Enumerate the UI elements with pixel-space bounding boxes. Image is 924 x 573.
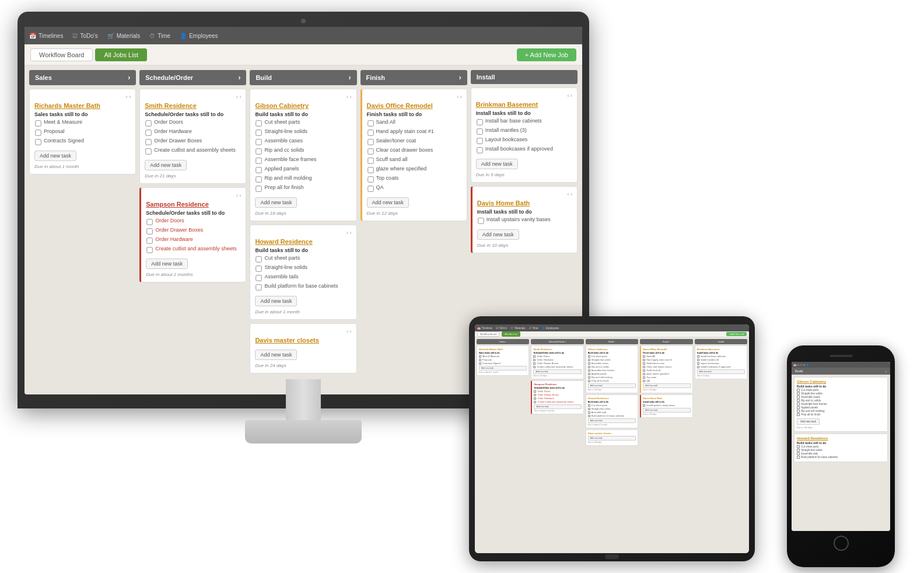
task-checkbox[interactable] — [35, 130, 41, 135]
mini-col-build: Build › Gibson Cabinetry Build tasks sti… — [586, 339, 638, 551]
card-title-brinkman[interactable]: Brinkman Basement — [476, 101, 572, 108]
kanban-card-sampson: ‹ › Sampson Residence Schedule/Order tas… — [139, 187, 246, 282]
card-title-sampson[interactable]: Sampson Residence — [146, 201, 241, 208]
topbar-timelines[interactable]: 📅 Timelines — [29, 33, 63, 39]
add-task-button-gibson[interactable]: Add new task — [255, 197, 297, 208]
task-checkbox[interactable] — [368, 139, 373, 145]
add-new-job-button[interactable]: + Add New Job — [517, 48, 576, 61]
mini-add-btn: + Add New Job — [726, 332, 747, 336]
mini-card-richards: Richards Master Bath Sales tasks still t… — [477, 345, 529, 376]
kanban-card-davis-closets: ‹ › Davis master closets Add new task Du… — [250, 323, 356, 373]
card-title-gibson[interactable]: Gibson Cabinetry — [255, 102, 351, 109]
phone-card-title-gibson: Gibson Cabinetry — [797, 380, 885, 383]
card-title-davis-bath[interactable]: Davis Home Bath — [477, 200, 572, 207]
col-header-finish: Finish › — [360, 70, 467, 85]
task-checkbox[interactable] — [147, 237, 153, 243]
task-checkbox[interactable] — [256, 120, 262, 126]
task-checkbox[interactable] — [256, 148, 262, 154]
phone-kanban: Gibson Cabinetry Build tasks still to do… — [792, 375, 890, 464]
task-checkbox[interactable] — [368, 130, 373, 135]
task-checkbox[interactable] — [256, 265, 262, 271]
card-title-howard[interactable]: Howard Residence — [255, 238, 351, 245]
app-topbar: 📅 Timelines ☑ ToDo's 🛒 Materials ⏱ Time — [24, 27, 582, 44]
todos-icon: ☑ — [72, 33, 78, 39]
card-title-davis-office[interactable]: Davis Office Remodel — [367, 102, 462, 109]
task-checkbox[interactable] — [368, 176, 373, 182]
topbar-materials[interactable]: 🛒 Materials — [107, 33, 141, 39]
phone: 📅 ☑ 🛒 ⏱ 👤 Build › Gibson Cabinetry Build… — [787, 345, 895, 567]
task-checkbox[interactable] — [368, 158, 373, 163]
task-checkbox[interactable] — [256, 130, 262, 135]
phone-add-task-btn-gibson[interactable]: Add new task — [797, 418, 820, 425]
timelines-icon: 📅 — [29, 33, 36, 39]
task-checkbox[interactable] — [147, 228, 153, 234]
topbar-employees[interactable]: 👤 Employees — [180, 33, 218, 39]
task-proposal: Proposal — [34, 128, 131, 137]
mini-tab-workflow: Workflow Board — [477, 331, 499, 337]
task-checkbox[interactable] — [256, 158, 262, 163]
monitor-camera — [301, 19, 306, 23]
kanban-col-build: Build › ‹ › Gibson Cabinetry Build tasks… — [250, 70, 356, 373]
phone-speaker — [830, 355, 853, 357]
task-checkbox[interactable] — [477, 147, 482, 153]
task-checkbox[interactable] — [147, 247, 153, 253]
employees-icon: 👤 — [180, 33, 187, 39]
phone-mini-topbar: 📅 ☑ 🛒 ⏱ 👤 — [792, 362, 890, 368]
mini-col-schedule: Schedule/Order › Smith Residence Schedul… — [531, 339, 583, 551]
task-checkbox[interactable] — [146, 120, 152, 126]
add-task-button-davis-closets[interactable]: Add new task — [255, 350, 297, 360]
col-header-schedule: Schedule/Order › — [139, 70, 246, 85]
mini-col-finish: Finish › Davis Office Remodel Finish tas… — [640, 339, 692, 551]
tab-workflow-board[interactable]: Workflow Board — [30, 48, 93, 61]
add-task-button-davis-office[interactable]: Add new task — [367, 197, 409, 208]
task-meet-measure: Meet & Measure — [34, 119, 131, 127]
kanban-card-brinkman: ‹ › Brinkman Basement Install tasks stil… — [471, 88, 578, 183]
task-checkbox[interactable] — [368, 167, 373, 173]
kanban-col-sales: Sales › ‹ › Richards Master Bath Sales t… — [29, 70, 136, 373]
monitor-stand-neck — [286, 379, 321, 420]
task-checkbox[interactable] — [256, 176, 262, 182]
task-checkbox[interactable] — [256, 139, 262, 145]
task-checkbox[interactable] — [368, 148, 373, 154]
task-checkbox[interactable] — [146, 139, 152, 145]
add-task-button-richards[interactable]: Add new task — [34, 151, 76, 161]
task-checkbox[interactable] — [146, 148, 152, 154]
task-checkbox[interactable] — [477, 138, 482, 144]
section-label: Sales tasks still to do — [34, 111, 131, 117]
task-checkbox[interactable] — [368, 186, 373, 191]
task-checkbox[interactable] — [256, 186, 262, 191]
task-checkbox[interactable] — [368, 120, 373, 126]
mini-card-smith: Smith Residence Schedule/Order tasks sti… — [531, 345, 583, 379]
task-checkbox[interactable] — [256, 275, 262, 281]
task-checkbox[interactable] — [35, 120, 41, 126]
kanban-col-schedule: Schedule/Order › ‹ › Smith Residence Sch… — [139, 70, 246, 373]
kanban-card-howard: ‹ › Howard Residence Build tasks still t… — [250, 225, 356, 320]
task-checkbox[interactable] — [256, 284, 262, 290]
card-title-richards[interactable]: Richards Master Bath — [34, 102, 131, 109]
phone-home-circle — [834, 536, 849, 551]
tablet-mini-app: 📅 Timelines ☑ ToDo's 🛒 Materials ⏱ Time … — [475, 324, 749, 553]
tab-all-jobs-list[interactable]: All Jobs List — [95, 48, 147, 61]
task-checkbox[interactable] — [35, 139, 41, 145]
mini-card-davis-office-tablet: Davis Office Remodel Finish tasks still … — [640, 345, 692, 393]
topbar-todos[interactable]: ☑ ToDo's — [72, 33, 97, 39]
add-task-button-howard[interactable]: Add new task — [255, 296, 297, 306]
card-title-smith[interactable]: Smith Residence — [145, 102, 241, 109]
task-checkbox[interactable] — [147, 219, 153, 225]
topbar-time[interactable]: ⏱ Time — [149, 33, 170, 39]
task-checkbox[interactable] — [477, 119, 482, 125]
task-checkbox[interactable] — [478, 218, 484, 223]
add-task-button-davis-bath[interactable]: Add new task — [477, 229, 519, 240]
task-checkbox[interactable] — [256, 256, 262, 262]
kanban-card-smith: ‹ › Smith Residence Schedule/Order tasks… — [139, 89, 246, 184]
task-checkbox[interactable] — [146, 130, 152, 135]
add-task-button-sampson[interactable]: Add new task — [146, 258, 188, 269]
mini-card-howard-tablet: Howard Residence Build tasks still to do… — [586, 394, 638, 428]
add-task-button-smith[interactable]: Add new task — [145, 160, 187, 170]
task-checkbox[interactable] — [477, 128, 482, 134]
mini-card-sampson: Sampson Residence Schedule/Order tasks s… — [531, 380, 583, 414]
task-checkbox[interactable] — [256, 167, 262, 173]
add-task-button-brinkman[interactable]: Add new task — [476, 159, 518, 169]
card-title-davis-closets[interactable]: Davis master closets — [255, 337, 351, 344]
phone-frame: 📅 ☑ 🛒 ⏱ 👤 Build › Gibson Cabinetry Build… — [787, 345, 895, 567]
